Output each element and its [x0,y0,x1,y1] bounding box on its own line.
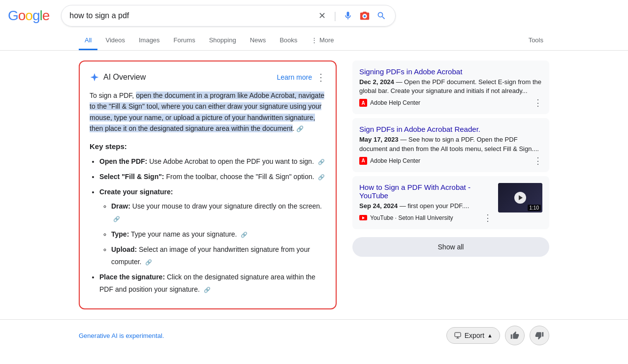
logo-g: G [8,8,18,24]
tab-books[interactable]: Books [274,31,303,50]
export-chevron: ▲ [487,333,493,338]
tab-shopping[interactable]: Shopping [203,31,242,50]
list-item: Upload: Select an image of your handwrit… [111,243,326,268]
source-name-1: Adobe Help Center [370,99,420,106]
source-title-2[interactable]: Sign PDFs in Adobe Acrobat Reader. [359,125,542,133]
video-duration: 1:10 [528,205,541,211]
source-card-2-content: Sign PDFs in Adobe Acrobat Reader. May 1… [359,125,542,165]
header: Google ✕ | [0,0,628,31]
tab-tools[interactable]: Tools [523,31,549,50]
source-card-1: Signing PDFs in Adobe Acrobat Dec 2, 202… [352,61,549,114]
camera-icon[interactable] [359,10,371,22]
source-card-1-content: Signing PDFs in Adobe Acrobat Dec 2, 202… [359,67,542,107]
show-all-button[interactable]: Show all [352,237,549,257]
tab-all[interactable]: All [79,31,97,50]
search-input[interactable] [69,11,312,20]
search-bar: ✕ | [61,5,396,27]
source-card-2: Sign PDFs in Adobe Acrobat Reader. May 1… [352,118,549,172]
ai-overview-header: AI Overview Learn more ⋮ [90,71,326,83]
source-brand-2: A Adobe Help Center [359,157,420,165]
source-footer-1: A Adobe Help Center ⋮ [359,98,542,107]
main-content: AI Overview Learn more ⋮ To sign a PDF, … [0,51,628,319]
source-options-3[interactable]: ⋮ [483,213,492,222]
ai-header-left: AI Overview [90,72,146,82]
link-icon-5: 🔗 [145,259,152,265]
list-item: Type: Type your name as your signature. … [111,228,326,241]
ai-intro-text: To sign a PDF, open the document in a pr… [90,90,326,134]
source-name-2: Adobe Help Center [370,157,420,164]
divider: | [334,10,336,22]
google-logo: Google [8,8,49,24]
source-footer-2: A Adobe Help Center ⋮ [359,156,542,165]
source-card-3-content: How to Sign a PDF With Acrobat - YouTube… [359,183,492,222]
footer-left: Generative AI is experimental. [79,332,440,339]
search-submit-icon[interactable] [376,10,387,22]
tab-videos[interactable]: Videos [99,31,131,50]
tab-forums[interactable]: Forums [168,31,201,50]
source-date-3: Sep 24, 2024 — first open your PDF.... [359,202,492,211]
steps-list: Open the PDF: Use Adobe Acrobat to open … [90,155,326,296]
thumbdown-button[interactable] [530,326,549,345]
source-date-1: Dec 2, 2024 — Open the PDF document. Sel… [359,78,542,95]
list-item: Draw: Use your mouse to draw your signat… [111,200,326,225]
sub-steps-list: Draw: Use your mouse to draw your signat… [99,200,326,268]
svg-rect-0 [347,18,348,20]
export-button[interactable]: Export ▲ [446,327,500,344]
search-bar-wrapper: ✕ | [61,5,396,27]
footer-actions: Export ▲ [446,326,549,345]
nav-tabs: All Videos Images Forums Shopping News B… [0,31,628,51]
adobe-icon-2: A [359,157,367,165]
link-icon-4: 🔗 [241,232,248,238]
spark-icon [90,72,99,82]
svg-point-1 [364,15,366,18]
source-brand-3: YouTube · Seton Hall University [359,214,453,221]
link-icon-1: 🔗 [318,159,325,165]
tab-news[interactable]: News [244,31,272,50]
youtube-icon [359,215,367,220]
source-date-2: May 17, 2023 — See how to sign a PDF. Op… [359,135,542,153]
tab-more[interactable]: ⋮ More [305,31,340,50]
more-options-icon[interactable]: ⋮ [316,71,326,83]
source-card-3-inner: How to Sign a PDF With Acrobat - YouTube… [359,183,542,222]
source-footer-3: YouTube · Seton Hall University ⋮ [359,213,492,222]
thumbup-button[interactable] [505,326,525,345]
ai-header-right: Learn more ⋮ [277,71,326,83]
adobe-icon-1: A [359,99,367,107]
thumbdown-icon [535,331,544,340]
list-item: Place the signature: Click on the design… [99,271,326,296]
link-icon-intro: 🔗 [296,125,304,132]
ai-footer: Generative AI is experimental. Export ▲ [0,319,628,351]
tab-images[interactable]: Images [133,31,166,50]
svg-rect-2 [455,333,461,337]
sidebar: Signing PDFs in Adobe Acrobat Dec 2, 202… [352,61,549,309]
mic-icon[interactable] [342,10,354,22]
link-icon-2: 🔗 [318,174,325,180]
source-title-1[interactable]: Signing PDFs in Adobe Acrobat [359,67,542,76]
export-icon [454,332,462,339]
ai-overview-box: AI Overview Learn more ⋮ To sign a PDF, … [79,61,337,309]
thumbup-icon [510,331,519,340]
source-card-2-inner: Sign PDFs in Adobe Acrobat Reader. May 1… [359,125,542,165]
source-card-1-inner: Signing PDFs in Adobe Acrobat Dec 2, 202… [359,67,542,107]
clear-icon[interactable]: ✕ [316,10,328,22]
source-name-3: YouTube · Seton Hall University [370,214,453,221]
list-item: Select "Fill & Sign": From the toolbar, … [99,171,326,183]
experimental-text: Generative AI is experimental. [79,332,164,339]
search-icons: ✕ | [316,10,387,22]
source-brand-1: A Adobe Help Center [359,99,420,107]
export-label: Export [465,332,484,339]
link-icon-3: 🔗 [113,216,120,222]
source-title-3[interactable]: How to Sign a PDF With Acrobat - YouTube [359,183,492,200]
source-options-2[interactable]: ⋮ [534,156,542,165]
learn-more-link[interactable]: Learn more [277,73,312,81]
ai-overview-title: AI Overview [103,73,146,82]
video-thumbnail[interactable]: 1:10 [498,183,542,212]
list-item: Create your signature: Draw: Use your mo… [99,186,326,268]
play-button[interactable] [514,192,526,204]
link-icon-6: 🔗 [204,287,211,293]
key-steps-title: Key steps: [90,142,326,151]
source-card-3: How to Sign a PDF With Acrobat - YouTube… [352,176,549,229]
list-item: Open the PDF: Use Adobe Acrobat to open … [99,155,326,168]
ai-intro-plain: To sign a PDF, [90,91,136,99]
source-options-1[interactable]: ⋮ [534,98,542,107]
